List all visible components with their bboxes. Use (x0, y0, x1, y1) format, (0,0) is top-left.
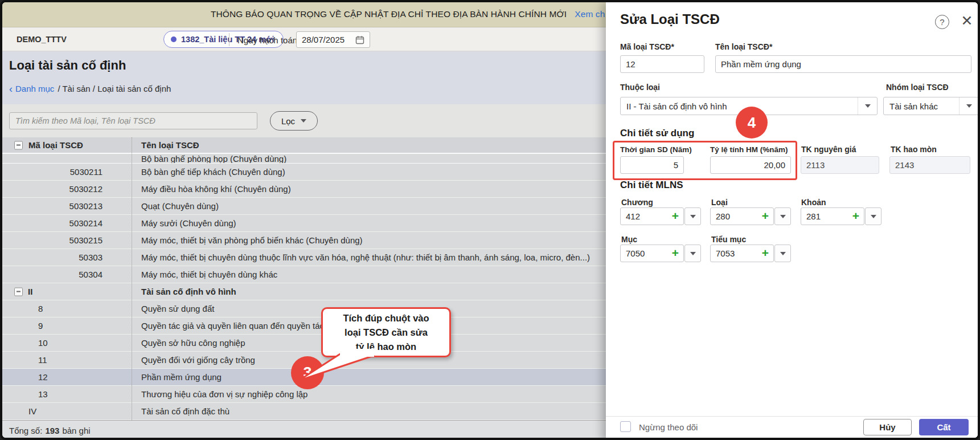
thuoc-loai-label: Thuộc loại (620, 83, 660, 92)
column-header-code[interactable]: Mã loại TSCĐ (28, 140, 83, 150)
page-title: Loại tài sản cố định (9, 58, 126, 73)
column-header-name[interactable]: Tên loại TSCĐ (141, 140, 199, 150)
tk-hao-mon-input (889, 156, 970, 174)
table-row[interactable]: IITài sản cố định vô hình (2, 283, 606, 300)
close-icon[interactable]: ✕ (959, 13, 975, 28)
company-name: DEMO_TTTV (17, 35, 67, 44)
add-icon[interactable]: + (672, 209, 679, 223)
chevron-down-icon (858, 97, 877, 115)
chuong-control: 412+ (620, 207, 701, 225)
row-name: Máy móc, thiết bị văn phòng phổ biến khá… (132, 235, 606, 245)
scrollbar-thumb[interactable] (978, 247, 980, 266)
callout-line: Tích đúp chuột vào (343, 311, 429, 325)
table-header-row: Mã loại TSCĐ Tên loại TSCĐ (2, 137, 606, 154)
muc-control: 7050+ (620, 245, 701, 262)
table-row[interactable]: 50303Máy móc, thiết bị chuyên dùng thuộc… (2, 249, 606, 266)
row-code: 5030211 (2, 167, 132, 177)
cancel-button[interactable]: Hủy (863, 419, 912, 435)
tieu-muc-dropdown-button[interactable] (774, 245, 791, 262)
row-name: Máy điều hòa không khí (Chuyên dùng) (132, 184, 606, 194)
table-row[interactable]: IVTài sản cố định đặc thù (2, 403, 606, 420)
row-name: Thương hiệu của đơn vị sự nghiệp công lậ… (132, 389, 606, 399)
header-divider (229, 33, 229, 46)
table-row[interactable]: 5030214Máy sưởi (Chuyên dùng) (2, 215, 606, 232)
mlns-section-heading: Chi tiết MLNS (620, 180, 683, 191)
muc-dropdown-button[interactable] (684, 245, 701, 262)
save-button[interactable]: Cất (919, 419, 969, 435)
posting-date-label: Ngày hạch toán: (237, 35, 300, 45)
ten-loai-label: Tên loại TSCĐ* (715, 42, 772, 51)
table-row[interactable]: 50304Máy móc, thiết bị chuyên dùng khác (2, 266, 606, 283)
ten-loai-input[interactable] (715, 55, 971, 73)
row-name: Tài sản cố định vô hình (132, 287, 606, 296)
add-icon[interactable]: + (672, 246, 679, 260)
khoan-input[interactable]: 281+ (801, 207, 864, 225)
row-name: Phần mềm ứng dụng (132, 372, 606, 382)
table-row[interactable]: 8Quyền sử dụng đất (2, 300, 606, 317)
row-code: 10 (2, 338, 132, 348)
loai-label: Loại (711, 198, 728, 207)
row-code: 5030215 (2, 235, 132, 245)
calendar-icon (355, 35, 364, 44)
loai-dropdown-button[interactable] (774, 207, 791, 225)
filter-button[interactable]: Lọc (270, 111, 318, 131)
banner-link[interactable]: Xem ch (575, 9, 605, 19)
callout-tooltip: Tích đúp chuột vào loại TSCĐ cần sửa tỷ … (321, 307, 451, 357)
row-code: 11 (2, 355, 132, 365)
chevron-down-icon (871, 215, 876, 218)
breadcrumb-back-link[interactable]: ‹Danh mục (9, 84, 54, 93)
row-name: Máy móc, thiết bị chuyên dùng thuộc lĩnh… (132, 252, 606, 262)
help-icon[interactable]: ? (935, 15, 949, 29)
step-3-badge: 3 (291, 356, 324, 389)
breadcrumb-rest: / Tài sản / Loại tài sản cố định (58, 84, 171, 93)
dialog-title: Sửa Loại TSCĐ (620, 11, 720, 27)
khoan-dropdown-button[interactable] (865, 207, 881, 225)
nhom-loai-select[interactable]: Tài sản khác (883, 97, 979, 115)
muc-input[interactable]: 7050+ (620, 245, 684, 262)
chuong-dropdown-button[interactable] (684, 207, 701, 225)
row-code: 50303 (2, 252, 132, 262)
posting-date-picker[interactable]: 28/07/2025 (296, 31, 370, 48)
thoi-gian-input[interactable] (620, 156, 684, 174)
filter-button-label: Lọc (281, 116, 295, 126)
add-icon[interactable]: + (852, 209, 859, 223)
edit-asset-type-dialog: Sửa Loại TSCĐ ? ✕ Mã loại TSCĐ* Tên loại… (606, 2, 980, 440)
row-code: 8 (2, 304, 132, 313)
search-toolbar: Lọc (2, 104, 606, 137)
loai-input[interactable]: 280+ (710, 207, 774, 225)
chuong-input[interactable]: 412+ (620, 207, 684, 225)
usage-section-heading: Chi tiết sử dụng (620, 128, 694, 139)
select-all-checkbox[interactable] (14, 141, 23, 149)
total-unit: bản ghi (62, 426, 90, 435)
table-row[interactable]: Bộ bàn ghế phòng họp (Chuyên dùng) (2, 154, 606, 164)
stop-tracking-checkbox[interactable] (620, 421, 631, 432)
row-code: IV (2, 406, 132, 416)
app-window: THÔNG BÁO QUAN TRỌNG VỀ CẬP NHẬT ĐỊA CHỈ… (0, 0, 980, 440)
search-input[interactable] (9, 112, 257, 129)
table-row[interactable]: 5030215Máy móc, thiết bị văn phòng phổ b… (2, 232, 606, 249)
callout-line: tỷ lệ hao mòn (356, 340, 416, 354)
row-checkbox[interactable] (14, 287, 23, 296)
total-label: Tổng số: (9, 426, 42, 435)
add-icon[interactable]: + (762, 246, 769, 260)
total-value: 193 (45, 426, 59, 435)
row-name: Quạt (Chuyên dùng) (132, 201, 606, 211)
table-row[interactable]: 10Quyền sở hữu công nghiệp (2, 335, 606, 352)
table-row[interactable]: 5030213Quạt (Chuyên dùng) (2, 198, 606, 215)
chevron-left-icon: ‹ (9, 85, 13, 93)
table-row[interactable]: 5030211Bộ bàn ghế tiếp khách (Chuyên dùn… (2, 164, 606, 181)
chevron-down-icon (780, 252, 786, 255)
table-row[interactable]: 9Quyền tác giả và quyền liên quan đến qu… (2, 317, 606, 335)
muc-label: Mục (621, 235, 637, 244)
ty-le-input[interactable] (710, 156, 791, 174)
row-code: 13 (2, 389, 132, 399)
ma-loai-input[interactable] (620, 55, 704, 73)
banner-text: THÔNG BÁO QUAN TRỌNG VỀ CẬP NHẬT ĐỊA CHỈ… (211, 9, 605, 19)
stop-tracking-label: Ngừng theo dõi (639, 422, 698, 432)
tieu-muc-input[interactable]: 7053+ (710, 245, 774, 262)
table-row[interactable]: 5030212Máy điều hòa không khí (Chuyên dù… (2, 181, 606, 198)
tieu-muc-label: Tiểu mục (711, 235, 746, 244)
chevron-down-icon (780, 215, 786, 218)
add-icon[interactable]: + (762, 209, 769, 223)
breadcrumb: ‹Danh mục / Tài sản / Loại tài sản cố đị… (9, 84, 171, 93)
